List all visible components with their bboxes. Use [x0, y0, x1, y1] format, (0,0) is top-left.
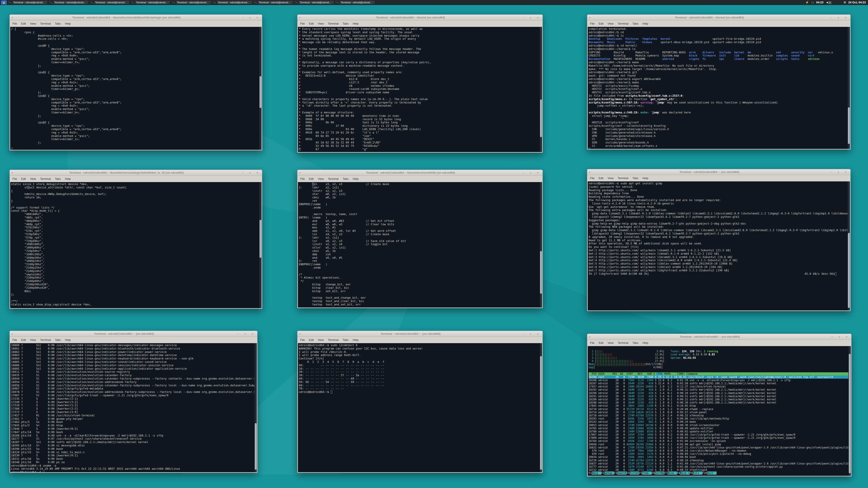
menu-tabs[interactable]: Tabs [53, 177, 63, 181]
close-button[interactable]: × [535, 171, 540, 175]
panel-clock[interactable]: 04:23 [816, 1, 824, 4]
menu-tabs[interactable]: Tabs [53, 338, 63, 342]
scrollbar[interactable] [847, 182, 850, 311]
menu-help[interactable]: Help [350, 22, 361, 26]
scrollbar[interactable] [539, 27, 542, 152]
menu-tabs[interactable]: Tabs [630, 22, 640, 26]
window-menu-icon[interactable]: ▾ [12, 333, 13, 335]
menu-help[interactable]: Help [640, 176, 650, 180]
menu-help[interactable]: Help [63, 22, 73, 26]
menu-tabs[interactable]: Tabs [341, 338, 350, 342]
close-button[interactable]: × [843, 170, 848, 174]
menu-file[interactable]: File [298, 177, 307, 181]
menu-help[interactable]: Help [63, 338, 73, 342]
menu-terminal[interactable]: Terminal [326, 22, 341, 26]
taskbar-button[interactable]: >_Terminal - odroid@odroid... [8, 0, 48, 4]
window-menu-icon[interactable]: ▾ [12, 172, 13, 174]
menu-file[interactable]: File [588, 22, 596, 26]
window-menu-icon[interactable]: ▾ [589, 17, 590, 19]
scrollbar-thumb[interactable] [848, 107, 850, 144]
taskbar-button[interactable]: >_Terminal - odroid@odroid... [294, 0, 334, 4]
menu-file[interactable]: File [10, 177, 19, 181]
titlebar[interactable]: ▾Terminal - odroid@odroid64: ~ (on odroi… [587, 334, 851, 340]
maximize-button[interactable]: + [247, 171, 253, 175]
taskbar-button[interactable]: >_Terminal - odroid@odroid... [335, 0, 375, 4]
maximize-button[interactable]: + [247, 16, 253, 20]
terminal-screen[interactable]: 16860 ? Ssl 0:00 /usr/lib/aarch64-linux-… [10, 343, 257, 472]
menu-tabs[interactable]: Tabs [341, 177, 350, 181]
menu-edit[interactable]: Edit [307, 338, 316, 342]
terminal-screen[interactable]: odroid@odroid64:~$ sudo apt-get install … [588, 182, 850, 311]
menu-view[interactable]: View [28, 22, 38, 26]
menu-terminal[interactable]: Terminal [616, 341, 630, 345]
menu-terminal[interactable]: Terminal [616, 22, 630, 26]
window-menu-icon[interactable]: ▾ [300, 333, 301, 335]
close-button[interactable]: × [254, 171, 260, 175]
terminal-screen[interactable]: 1 [|||| 3.6%] Tasks: 124, 158 thr; 2 run… [588, 346, 851, 476]
menu-tabs[interactable]: Tabs [630, 341, 640, 345]
titlebar[interactable]: ▾Terminal - odroid@odroid64: ~/kernel/dr… [10, 170, 262, 176]
menu-help[interactable]: Help [350, 338, 361, 342]
maximize-button[interactable]: + [836, 16, 841, 20]
close-button[interactable]: × [844, 335, 849, 339]
menu-terminal[interactable]: Terminal [38, 177, 53, 181]
terminal-screen[interactable]: / { cpus { #address-cells = <2>; #size-c… [10, 27, 261, 150]
menu-file[interactable]: File [588, 341, 596, 345]
network-arrows-icon[interactable]: ↑↓ [811, 1, 814, 4]
volume-icon[interactable]: ◄))) [826, 1, 831, 4]
scrollbar-thumb[interactable] [255, 423, 256, 470]
titlebar[interactable]: ▾Terminal - odroid@odroid64: ~/kernel (o… [298, 15, 542, 21]
scrollbar-thumb[interactable] [259, 76, 261, 108]
taskbar-button[interactable]: >_Terminal - odroid@odroid... [131, 0, 170, 4]
menu-file[interactable]: File [588, 176, 596, 180]
menu-edit[interactable]: Edit [19, 338, 28, 342]
minimize-button[interactable]: − [235, 332, 241, 336]
panel-date[interactable]: 24 Oct, 04:23 [848, 1, 866, 4]
menu-file[interactable]: File [298, 338, 307, 342]
taskbar-button[interactable]: >_Terminal - odroid@odroid... [213, 0, 252, 4]
menu-file[interactable]: File [10, 338, 19, 342]
menu-help[interactable]: Help [640, 341, 650, 345]
menu-edit[interactable]: Edit [307, 22, 316, 26]
menu-tabs[interactable]: Tabs [53, 22, 63, 26]
titlebar[interactable]: ▾Terminal - odroid@odroid64: ~/kernel/ar… [10, 15, 262, 21]
taskbar-button[interactable]: >_Terminal - odroid@odroid... [49, 0, 89, 4]
maximize-button[interactable]: + [837, 335, 842, 339]
terminal-screen[interactable]: odroid@odroid64:~$ sudo i2cdetect 0WARNI… [298, 343, 542, 472]
minimize-button[interactable]: − [240, 171, 246, 175]
menu-file[interactable]: File [298, 22, 307, 26]
menu-terminal[interactable]: Terminal [616, 176, 630, 180]
scrollbar-thumb[interactable] [259, 220, 261, 258]
window-menu-icon[interactable]: ▾ [589, 171, 590, 173]
menu-edit[interactable]: Edit [19, 22, 28, 26]
scrollbar[interactable] [254, 343, 257, 472]
close-button[interactable]: × [250, 332, 255, 336]
taskbar-button[interactable]: >_Terminal - odroid@odroid... [253, 0, 293, 4]
scrollbar-thumb[interactable] [540, 99, 542, 137]
menu-terminal[interactable]: Terminal [38, 338, 53, 342]
menu-terminal[interactable]: Terminal [326, 338, 341, 342]
applications-menu-icon[interactable]: ☝ [1, 0, 7, 4]
menu-terminal[interactable]: Terminal [38, 22, 53, 26]
terminal-screen[interactable]: static ssize_t store_debug(struct device… [10, 182, 261, 308]
close-button[interactable]: × [843, 16, 848, 20]
power-plug-icon[interactable]: ⚡ [805, 1, 809, 4]
menu-help[interactable]: Help [63, 177, 73, 181]
menu-tabs[interactable]: Tabs [341, 22, 350, 26]
scrollbar[interactable] [848, 346, 851, 476]
scrollbar[interactable] [847, 27, 850, 149]
minimize-button[interactable]: − [829, 16, 834, 20]
window-menu-icon[interactable]: ▾ [300, 172, 301, 174]
menu-view[interactable]: View [606, 22, 616, 26]
minimize-button[interactable]: − [521, 171, 526, 175]
menu-tabs[interactable]: Tabs [630, 176, 640, 180]
menu-view[interactable]: View [28, 177, 38, 181]
scrollbar-thumb[interactable] [848, 233, 850, 308]
window-menu-icon[interactable]: ▾ [300, 17, 301, 19]
menu-file[interactable]: File [10, 22, 19, 26]
minimize-button[interactable]: − [829, 170, 834, 174]
menu-help[interactable]: Help [350, 177, 361, 181]
menu-view[interactable]: View [28, 338, 38, 342]
scrollbar-thumb[interactable] [540, 356, 542, 469]
titlebar[interactable]: ▾Terminal - odroid@odroid64: ~ (on odroi… [587, 169, 850, 175]
